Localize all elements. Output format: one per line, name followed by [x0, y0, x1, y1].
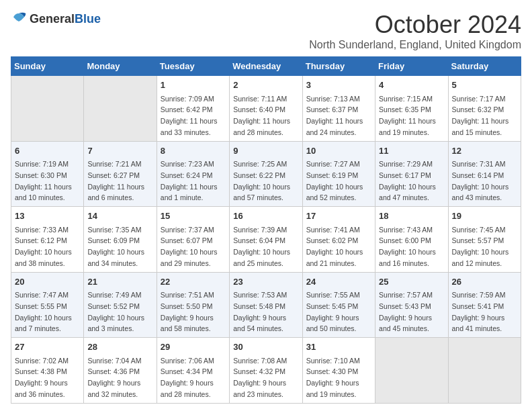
- day-number: 13: [15, 210, 80, 223]
- cell-info: Sunrise: 7:31 AMSunset: 6:14 PMDaylight:…: [452, 160, 509, 201]
- cell-info: Sunrise: 7:13 AMSunset: 6:37 PMDaylight:…: [306, 95, 363, 136]
- weekday-header: Sunday: [11, 57, 84, 76]
- calendar-cell: 26Sunrise: 7:59 AMSunset: 5:41 PMDayligh…: [448, 272, 521, 338]
- day-number: 10: [306, 144, 371, 158]
- day-number: 8: [161, 144, 226, 158]
- cell-info: Sunrise: 7:19 AMSunset: 6:30 PMDaylight:…: [15, 160, 72, 201]
- calendar-week-row: 27Sunrise: 7:02 AMSunset: 4:38 PMDayligh…: [11, 338, 521, 404]
- cell-info: Sunrise: 7:53 AMSunset: 5:48 PMDaylight:…: [233, 291, 287, 332]
- calendar-cell: [375, 338, 448, 404]
- calendar-table: SundayMondayTuesdayWednesdayThursdayFrid…: [11, 56, 521, 404]
- day-number: 4: [379, 79, 444, 92]
- weekday-header: Wednesday: [230, 57, 302, 76]
- calendar-week-row: 1Sunrise: 7:09 AMSunset: 6:42 PMDaylight…: [11, 76, 521, 142]
- calendar-cell: 30Sunrise: 7:08 AMSunset: 4:32 PMDayligh…: [230, 338, 302, 404]
- calendar-cell: 23Sunrise: 7:53 AMSunset: 5:48 PMDayligh…: [230, 272, 302, 338]
- calendar-cell: 9Sunrise: 7:25 AMSunset: 6:22 PMDaylight…: [230, 141, 302, 207]
- day-number: 24: [306, 275, 371, 289]
- cell-info: Sunrise: 7:09 AMSunset: 6:42 PMDaylight:…: [161, 95, 218, 136]
- page-header: GeneralBlue October 2024 North Sunderlan…: [11, 11, 521, 51]
- calendar-cell: 22Sunrise: 7:51 AMSunset: 5:50 PMDayligh…: [157, 272, 229, 338]
- calendar-cell: 11Sunrise: 7:29 AMSunset: 6:17 PMDayligh…: [375, 141, 448, 207]
- logo-icon: [11, 11, 27, 27]
- cell-info: Sunrise: 7:21 AMSunset: 6:27 PMDaylight:…: [87, 160, 144, 201]
- day-number: 28: [87, 340, 152, 354]
- logo-general: General: [30, 12, 75, 26]
- day-number: 30: [233, 340, 298, 354]
- title-area: October 2024 North Sunderland, England, …: [309, 11, 521, 51]
- day-number: 5: [452, 79, 517, 92]
- weekday-header: Tuesday: [157, 57, 229, 76]
- calendar-cell: 15Sunrise: 7:37 AMSunset: 6:07 PMDayligh…: [157, 207, 229, 273]
- weekday-header: Friday: [375, 57, 448, 76]
- cell-info: Sunrise: 7:45 AMSunset: 5:57 PMDaylight:…: [452, 226, 509, 267]
- calendar-cell: 8Sunrise: 7:23 AMSunset: 6:24 PMDaylight…: [157, 141, 229, 207]
- month-title: October 2024: [309, 11, 521, 39]
- day-number: 25: [379, 275, 444, 289]
- calendar-cell: 21Sunrise: 7:49 AMSunset: 5:52 PMDayligh…: [84, 272, 157, 338]
- weekday-header: Thursday: [302, 57, 375, 76]
- cell-info: Sunrise: 7:55 AMSunset: 5:45 PMDaylight:…: [306, 291, 360, 332]
- calendar-cell: 3Sunrise: 7:13 AMSunset: 6:37 PMDaylight…: [302, 76, 375, 142]
- calendar-week-row: 13Sunrise: 7:33 AMSunset: 6:12 PMDayligh…: [11, 207, 521, 273]
- day-number: 1: [161, 79, 226, 92]
- calendar-cell: 28Sunrise: 7:04 AMSunset: 4:36 PMDayligh…: [84, 338, 157, 404]
- cell-info: Sunrise: 7:27 AMSunset: 6:19 PMDaylight:…: [306, 160, 363, 201]
- day-number: 7: [87, 144, 152, 158]
- calendar-cell: 12Sunrise: 7:31 AMSunset: 6:14 PMDayligh…: [448, 141, 521, 207]
- weekday-header-row: SundayMondayTuesdayWednesdayThursdayFrid…: [11, 57, 521, 76]
- calendar-cell: 16Sunrise: 7:39 AMSunset: 6:04 PMDayligh…: [230, 207, 302, 273]
- day-number: 12: [452, 144, 517, 158]
- calendar-cell: 17Sunrise: 7:41 AMSunset: 6:02 PMDayligh…: [302, 207, 375, 273]
- day-number: 29: [161, 340, 226, 354]
- calendar-cell: 7Sunrise: 7:21 AMSunset: 6:27 PMDaylight…: [84, 141, 157, 207]
- calendar-week-row: 6Sunrise: 7:19 AMSunset: 6:30 PMDaylight…: [11, 141, 521, 207]
- day-number: 19: [452, 210, 517, 223]
- day-number: 18: [379, 210, 444, 223]
- cell-info: Sunrise: 7:02 AMSunset: 4:38 PMDaylight:…: [15, 357, 69, 398]
- calendar-cell: 25Sunrise: 7:57 AMSunset: 5:43 PMDayligh…: [375, 272, 448, 338]
- day-number: 3: [306, 79, 371, 92]
- calendar-cell: 24Sunrise: 7:55 AMSunset: 5:45 PMDayligh…: [302, 272, 375, 338]
- cell-info: Sunrise: 7:15 AMSunset: 6:35 PMDaylight:…: [379, 95, 436, 136]
- calendar-cell: 13Sunrise: 7:33 AMSunset: 6:12 PMDayligh…: [11, 207, 84, 273]
- weekday-header: Saturday: [448, 57, 521, 76]
- cell-info: Sunrise: 7:51 AMSunset: 5:50 PMDaylight:…: [161, 291, 214, 332]
- logo-text: GeneralBlue: [30, 12, 101, 26]
- day-number: 17: [306, 210, 371, 223]
- day-number: 26: [452, 275, 517, 289]
- cell-info: Sunrise: 7:43 AMSunset: 6:00 PMDaylight:…: [379, 226, 436, 267]
- day-number: 31: [306, 340, 371, 354]
- cell-info: Sunrise: 7:29 AMSunset: 6:17 PMDaylight:…: [379, 160, 436, 201]
- location-title: North Sunderland, England, United Kingdo…: [309, 39, 521, 51]
- calendar-cell: 20Sunrise: 7:47 AMSunset: 5:55 PMDayligh…: [11, 272, 84, 338]
- cell-info: Sunrise: 7:17 AMSunset: 6:32 PMDaylight:…: [452, 95, 509, 136]
- calendar-cell: 29Sunrise: 7:06 AMSunset: 4:34 PMDayligh…: [157, 338, 229, 404]
- day-number: 9: [233, 144, 298, 158]
- cell-info: Sunrise: 7:49 AMSunset: 5:52 PMDaylight:…: [87, 291, 144, 332]
- logo: GeneralBlue: [11, 11, 101, 27]
- calendar-cell: 1Sunrise: 7:09 AMSunset: 6:42 PMDaylight…: [157, 76, 229, 142]
- cell-info: Sunrise: 7:25 AMSunset: 6:22 PMDaylight:…: [233, 160, 290, 201]
- cell-info: Sunrise: 7:33 AMSunset: 6:12 PMDaylight:…: [15, 226, 72, 267]
- logo-blue: Blue: [75, 12, 101, 26]
- day-number: 11: [379, 144, 444, 158]
- day-number: 22: [161, 275, 226, 289]
- calendar-cell: 31Sunrise: 7:10 AMSunset: 4:30 PMDayligh…: [302, 338, 375, 404]
- calendar-cell: 18Sunrise: 7:43 AMSunset: 6:00 PMDayligh…: [375, 207, 448, 273]
- cell-info: Sunrise: 7:59 AMSunset: 5:41 PMDaylight:…: [452, 291, 506, 332]
- cell-info: Sunrise: 7:11 AMSunset: 6:40 PMDaylight:…: [233, 95, 290, 136]
- cell-info: Sunrise: 7:10 AMSunset: 4:30 PMDaylight:…: [306, 357, 360, 398]
- cell-info: Sunrise: 7:47 AMSunset: 5:55 PMDaylight:…: [15, 291, 72, 332]
- calendar-cell: 27Sunrise: 7:02 AMSunset: 4:38 PMDayligh…: [11, 338, 84, 404]
- cell-info: Sunrise: 7:08 AMSunset: 4:32 PMDaylight:…: [233, 357, 287, 398]
- calendar-cell: 10Sunrise: 7:27 AMSunset: 6:19 PMDayligh…: [302, 141, 375, 207]
- day-number: 16: [233, 210, 298, 223]
- day-number: 21: [87, 275, 152, 289]
- calendar-cell: [11, 76, 84, 142]
- day-number: 2: [233, 79, 298, 92]
- day-number: 20: [15, 275, 80, 289]
- calendar-cell: [448, 338, 521, 404]
- cell-info: Sunrise: 7:57 AMSunset: 5:43 PMDaylight:…: [379, 291, 433, 332]
- calendar-cell: 19Sunrise: 7:45 AMSunset: 5:57 PMDayligh…: [448, 207, 521, 273]
